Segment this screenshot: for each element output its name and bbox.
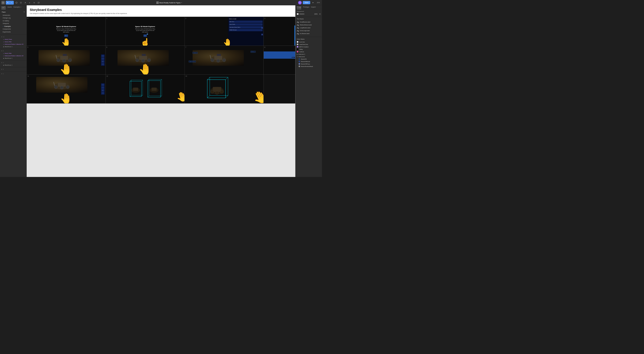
- bg-color-swatch[interactable]: [297, 13, 298, 15]
- svg-line-47: [160, 79, 162, 81]
- pen-tool[interactable]: [24, 1, 27, 4]
- file-name-button[interactable]: Mixed Reality Toolkit for Figma: [155, 1, 183, 4]
- intro-button-0[interactable]: [64, 34, 68, 37]
- color-name-uibkg: UIbkg: [299, 48, 303, 50]
- style-small-button-label[interactable]: Ag SmallButtonLabel: [297, 21, 321, 24]
- color-name-callouts: Callouts: [299, 51, 304, 52]
- page-ui-gallery[interactable]: UI Gallery: [2, 19, 25, 22]
- model-arrow-2: ›: [262, 24, 262, 25]
- cell-number-13: 13: [186, 75, 187, 77]
- color-button-fill-press[interactable]: ButtonFillPress: [298, 63, 321, 65]
- play-button[interactable]: [311, 1, 315, 4]
- color-label-text[interactable]: LabelTextColor: [297, 43, 321, 46]
- image-icon-1: ▣: [3, 46, 4, 47]
- svg-rect-43: [133, 88, 138, 91]
- color-name-bfh: ButtonFillHover: [301, 61, 310, 62]
- tab-inspect[interactable]: Inspect: [311, 6, 316, 9]
- intro-body-1: Welcome to Space 3D Model Explorer! Brin…: [135, 28, 155, 33]
- color-icon-color[interactable]: IconColor: [297, 41, 321, 43]
- color-button-fill[interactable]: ButtonFill: [298, 58, 321, 60]
- tab-design[interactable]: Design: [297, 6, 301, 9]
- page-experiments[interactable]: Experiments: [2, 30, 25, 33]
- style-large-button-label[interactable]: Ag LargeButtonLabel: [297, 26, 321, 29]
- scroll-up-2[interactable]: ▲: [261, 27, 263, 29]
- scene-8-bg: Spec...: [264, 46, 295, 74]
- svg-rect-7: [20, 2, 22, 3]
- hand-palm-5: 🤚: [60, 63, 73, 74]
- rover-img-7: [192, 50, 244, 66]
- layer-hand-press[interactable]: ◇ Hand_Press: [0, 38, 27, 40]
- cyan-boxes-12: [110, 78, 180, 100]
- pages-add-button[interactable]: +: [24, 11, 25, 13]
- scene-3-bg: [264, 17, 295, 46]
- intro-title-1: Space 3D Model Explorer: [135, 26, 155, 28]
- page-viewports[interactable]: Viewports: [2, 22, 25, 25]
- page-components[interactable]: Components: [2, 28, 25, 31]
- pages-label: Pages: [2, 11, 6, 13]
- page-examples[interactable]: ✓ Examples: [2, 25, 25, 28]
- layer-holodlens-5[interactable]: ◇ HoloLens2 Button Collection 3V: [0, 55, 27, 57]
- page-introduction[interactable]: Introduction: [2, 14, 25, 17]
- mini-btn-5-3[interactable]: ⊕: [101, 60, 104, 63]
- right-sidebar: Design Prototype Inspect Background E5E5…: [296, 5, 322, 177]
- color-mrtk-gradient[interactable]: MRTK Gradient: [297, 46, 321, 48]
- text-tool[interactable]: T: [28, 1, 32, 4]
- layer-marsrover-11[interactable]: ▣ MarsRover 1: [0, 45, 27, 48]
- scene-1-bg: Space 3D Model Explorer Welcome to Space…: [106, 17, 184, 46]
- mini-btn-5-1[interactable]: ≡: [101, 55, 104, 57]
- intro-button-1[interactable]: [144, 34, 147, 37]
- color-button-stroke[interactable]: ButtonStrokeDefault: [298, 65, 321, 68]
- style-ag-icon-1: Ag: [297, 21, 299, 23]
- hand-tool[interactable]: [32, 1, 36, 4]
- mini-btn-5-2[interactable]: ○: [101, 58, 104, 60]
- tab-prototype[interactable]: Prototype: [303, 6, 309, 9]
- cursor-dropdown[interactable]: [10, 1, 13, 4]
- frame-tool[interactable]: [15, 1, 18, 4]
- group-holodlens1[interactable]: ▼ HoloLens1: [297, 55, 321, 58]
- shape-tool[interactable]: [19, 1, 23, 4]
- user-avatar[interactable]: Y: [298, 1, 302, 4]
- style-ag-icon-3: Ag: [297, 27, 299, 29]
- zoom-level[interactable]: 21%: [316, 1, 320, 4]
- style-extra-large-label[interactable]: Ag ExtraLargeLabel: [297, 29, 321, 32]
- visibility-toggle[interactable]: 👁: [319, 13, 321, 15]
- share-button[interactable]: Share: [303, 1, 310, 4]
- layer-holodlens-11[interactable]: ◇ HoloLens2 Button Collection 3V: [0, 43, 27, 45]
- hand-silhouette-0: 🤚: [61, 38, 71, 46]
- app-logo[interactable]: [1, 1, 5, 4]
- tab-layers[interactable]: Layers: [1, 6, 6, 9]
- page-changelog[interactable]: Change Log: [2, 17, 25, 20]
- canvas-area[interactable]: Storyboard Examples Use viewport to sket…: [27, 5, 296, 177]
- mini-btn-11-1[interactable]: ≡: [101, 84, 104, 86]
- group-holodlens2[interactable]: ▶ HoloLens 2: [297, 53, 321, 55]
- grid-icon: [156, 2, 158, 4]
- style-medium-button-label[interactable]: Ag MediumButtonLabel: [297, 24, 321, 26]
- layer-marsrover-5[interactable]: ▣ MarsRover 1: [0, 57, 27, 60]
- scene-12-bg: 🤚: [106, 75, 184, 103]
- layer-hand-palm-5[interactable]: ◇ Hand_Palm: [0, 52, 27, 55]
- tab-assets[interactable]: Assets: [8, 6, 12, 9]
- comment-tool[interactable]: [37, 1, 40, 4]
- intro-body-0: Welcome to Space 3D Model Explorer! Brin…: [56, 28, 76, 33]
- layer-group-2-number: 2: [3, 73, 4, 74]
- mini-btn-11-3[interactable]: ⊕: [101, 89, 104, 92]
- layer-group-5: # 5 ◇ Hand_Palm ◇ HoloLens2 Button Colle…: [0, 49, 27, 60]
- toolbar-center: Mixed Reality Toolkit for Figma: [41, 1, 297, 4]
- mini-sidebar-11: ≡ ○ ⊕ ≡: [101, 83, 105, 95]
- background-label: Background: [297, 10, 321, 12]
- layer-hand-palm-11[interactable]: ◇ Hand_Palm: [0, 40, 27, 43]
- layer-marsrover-4[interactable]: ▣ MarsRover 1: [0, 64, 27, 66]
- mini-btn-11-4[interactable]: ≡: [101, 92, 104, 94]
- storyboard-cell-13: 13: [184, 74, 264, 103]
- scroll-down-2[interactable]: ▼: [261, 34, 263, 36]
- color-button-fill-hover[interactable]: ButtonFillHover: [298, 60, 321, 63]
- color-callouts[interactable]: Callouts: [297, 50, 321, 53]
- mini-btn-5-4[interactable]: ≡: [101, 63, 104, 66]
- tab-examples[interactable]: Examples: [14, 6, 22, 9]
- group-holodlens1-expanded: ButtonFill ButtonFillHover ButtonFillPre…: [297, 58, 321, 68]
- cursor-tool[interactable]: [6, 1, 10, 4]
- style-hl1-button-label[interactable]: Ag HL1ButtonLabel: [297, 32, 321, 35]
- scene-11-bg: 🤚 ≡ ○ ⊕ ≡: [27, 75, 106, 103]
- mini-btn-11-2[interactable]: ○: [101, 86, 104, 89]
- color-uibkg[interactable]: UIbkg: [297, 48, 321, 50]
